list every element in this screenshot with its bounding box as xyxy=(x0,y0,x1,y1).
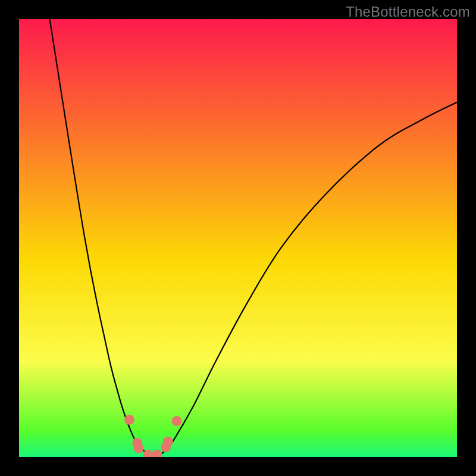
data-marker xyxy=(171,416,181,426)
attribution-watermark: TheBottleneck.com xyxy=(346,4,470,20)
chart-container: TheBottleneck.com xyxy=(0,0,476,476)
bottleneck-chart xyxy=(19,19,457,457)
data-marker xyxy=(133,443,143,453)
data-marker xyxy=(124,415,134,425)
data-marker xyxy=(163,437,173,447)
